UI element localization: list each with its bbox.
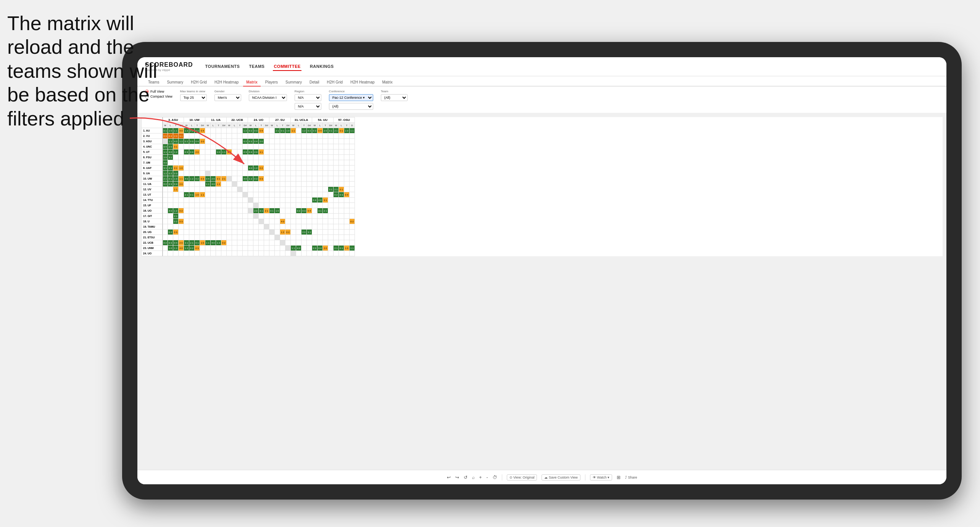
- matrix-cell[interactable]: [285, 155, 291, 160]
- matrix-cell[interactable]: [291, 235, 296, 240]
- matrix-cell[interactable]: [163, 219, 168, 224]
- matrix-cell[interactable]: [350, 165, 355, 171]
- matrix-cell[interactable]: [275, 224, 280, 230]
- matrix-cell[interactable]: 0 2: [334, 192, 339, 198]
- matrix-cell[interactable]: [200, 198, 205, 203]
- matrix-cell[interactable]: [205, 198, 211, 203]
- matrix-cell[interactable]: [179, 155, 184, 160]
- matrix-cell[interactable]: [312, 133, 318, 139]
- matrix-cell[interactable]: 0 2: [243, 139, 248, 144]
- matrix-cell[interactable]: [285, 192, 291, 198]
- matrix-cell[interactable]: [259, 203, 264, 208]
- matrix-cell[interactable]: [269, 182, 275, 187]
- matrix-cell[interactable]: [216, 171, 221, 176]
- matrix-cell[interactable]: 0 1: [339, 128, 344, 133]
- matrix-cell[interactable]: [232, 198, 237, 203]
- matrix-cell[interactable]: 0 3: [200, 176, 205, 182]
- matrix-cell[interactable]: 0 3: [312, 246, 318, 251]
- matrix-cell[interactable]: 0 4: [318, 128, 323, 133]
- matrix-cell[interactable]: 0 2: [173, 219, 179, 224]
- matrix-cell[interactable]: 2 1: [275, 128, 280, 133]
- matrix-cell[interactable]: [243, 144, 248, 149]
- matrix-cell[interactable]: [237, 149, 243, 155]
- matrix-cell[interactable]: [318, 203, 323, 208]
- matrix-cell[interactable]: [200, 219, 205, 224]
- matrix-cell[interactable]: [205, 235, 211, 240]
- matrix-cell[interactable]: [232, 240, 237, 246]
- matrix-cell[interactable]: [232, 187, 237, 192]
- matrix-cell[interactable]: [216, 198, 221, 203]
- matrix-cell[interactable]: [243, 224, 248, 230]
- matrix-cell[interactable]: [334, 235, 339, 240]
- matrix-cell[interactable]: [243, 214, 248, 219]
- matrix-cell[interactable]: [275, 203, 280, 208]
- matrix-cell[interactable]: [323, 155, 328, 160]
- matrix-cell[interactable]: [211, 251, 216, 256]
- matrix-cell[interactable]: [301, 182, 307, 187]
- matrix-cell[interactable]: 1 0: [173, 176, 179, 182]
- matrix-cell[interactable]: 1 1: [205, 182, 211, 187]
- matrix-cell[interactable]: [211, 192, 216, 198]
- matrix-cell[interactable]: 3 1: [328, 187, 334, 192]
- matrix-cell[interactable]: [211, 208, 216, 214]
- matrix-cell[interactable]: 2 0: [253, 208, 259, 214]
- matrix-cell[interactable]: [285, 160, 291, 165]
- matrix-cell[interactable]: [328, 149, 334, 155]
- matrix-cell[interactable]: [227, 133, 232, 139]
- matrix-cell[interactable]: [344, 203, 350, 208]
- matrix-cell[interactable]: 0 3: [189, 139, 195, 144]
- matrix-cell[interactable]: [307, 171, 312, 176]
- matrix-cell[interactable]: [285, 214, 291, 219]
- matrix-cell[interactable]: 4 0: [280, 219, 285, 224]
- matrix-cell[interactable]: 4 0: [211, 240, 216, 246]
- matrix-cell[interactable]: [253, 235, 259, 240]
- matrix-cell[interactable]: [259, 160, 264, 165]
- matrix-cell[interactable]: [307, 133, 312, 139]
- matrix-cell[interactable]: 2 0: [195, 149, 200, 155]
- matrix-cell[interactable]: [227, 139, 232, 144]
- matrix-cell[interactable]: [232, 235, 237, 240]
- matrix-cell[interactable]: [179, 171, 184, 176]
- matrix-cell[interactable]: [195, 165, 200, 171]
- matrix-cell[interactable]: [339, 144, 344, 149]
- matrix-cell[interactable]: 3 1: [328, 128, 334, 133]
- matrix-cell[interactable]: 0 1: [269, 208, 275, 214]
- matrix-cell[interactable]: [296, 176, 301, 182]
- undo-btn[interactable]: ↩: [447, 475, 451, 480]
- matrix-cell[interactable]: [221, 251, 227, 256]
- matrix-cell[interactable]: [350, 251, 355, 256]
- matrix-cell[interactable]: [232, 208, 237, 214]
- matrix-cell[interactable]: [344, 155, 350, 160]
- matrix-cell[interactable]: [312, 192, 318, 198]
- matrix-cell[interactable]: [291, 251, 296, 256]
- matrix-cell[interactable]: [312, 182, 318, 187]
- matrix-cell[interactable]: [237, 176, 243, 182]
- matrix-cell[interactable]: [232, 203, 237, 208]
- matrix-cell[interactable]: [211, 203, 216, 208]
- matrix-cell[interactable]: [259, 192, 264, 198]
- view-original-btn[interactable]: ⊙ View: Original: [507, 474, 537, 480]
- matrix-cell[interactable]: 0 4: [253, 139, 259, 144]
- matrix-cell[interactable]: [307, 155, 312, 160]
- matrix-cell[interactable]: [237, 165, 243, 171]
- matrix-cell[interactable]: [334, 139, 339, 144]
- matrix-cell[interactable]: [248, 187, 253, 192]
- matrix-cell[interactable]: [211, 144, 216, 149]
- matrix-cell[interactable]: [195, 171, 200, 176]
- matrix-cell[interactable]: [285, 198, 291, 203]
- matrix-cell[interactable]: [269, 246, 275, 251]
- matrix-cell[interactable]: [328, 192, 334, 198]
- division-select[interactable]: NCAA Division I NCAA Division II NCAA Di…: [249, 94, 287, 101]
- matrix-cell[interactable]: [237, 133, 243, 139]
- matrix-cell[interactable]: [307, 192, 312, 198]
- matrix-cell[interactable]: [275, 133, 280, 139]
- matrix-cell[interactable]: [253, 203, 259, 208]
- matrix-cell[interactable]: [318, 182, 323, 187]
- matrix-cell[interactable]: [280, 240, 285, 246]
- matrix-cell[interactable]: 2 0: [173, 133, 179, 139]
- matrix-cell[interactable]: 4 0: [173, 139, 179, 144]
- matrix-cell[interactable]: [296, 155, 301, 160]
- matrix-cell[interactable]: [301, 224, 307, 230]
- matrix-cell[interactable]: [253, 219, 259, 224]
- matrix-cell[interactable]: [264, 155, 269, 160]
